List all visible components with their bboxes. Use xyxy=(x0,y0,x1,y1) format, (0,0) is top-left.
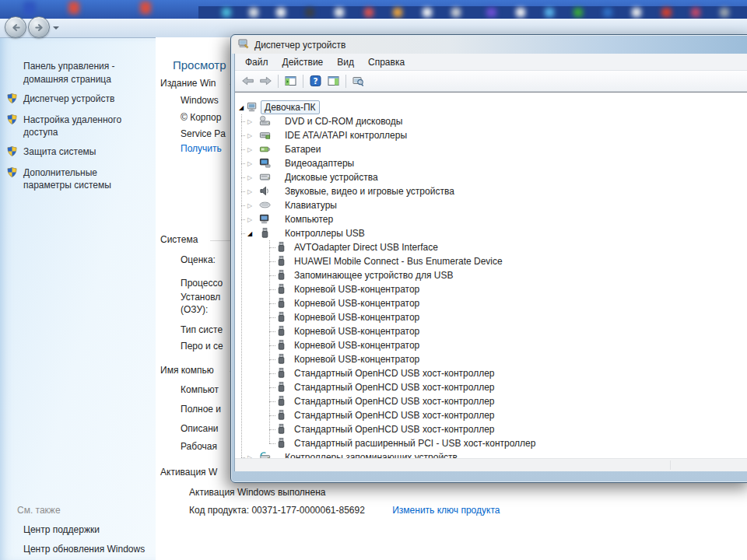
storage-controller-icon xyxy=(259,451,271,458)
sidebar-home-link[interactable]: Панель управления - домашняя страница xyxy=(23,60,144,86)
service-pack-text: Service Pa xyxy=(181,128,226,139)
usb-controller-icon xyxy=(259,227,271,241)
computer-device-icon xyxy=(259,213,271,227)
see-also-header: См. также xyxy=(17,505,149,516)
sidebar-task-link[interactable]: Диспетчер устройств xyxy=(6,93,150,107)
tree-item[interactable]: Клавиатуры xyxy=(235,198,747,212)
help-icon[interactable]: ? xyxy=(307,73,324,89)
change-product-key-link[interactable]: Изменить ключ продукта xyxy=(392,505,500,516)
activation-status: Активация Windows выполнена xyxy=(189,487,325,498)
tree-item[interactable]: Компьютер xyxy=(235,212,747,226)
expander-icon[interactable] xyxy=(245,129,254,140)
disk-drive-icon xyxy=(259,171,271,185)
tree-item[interactable]: AVTOadapter Direct USB Interface xyxy=(235,240,747,254)
sidebar-task-link[interactable]: Защита системы xyxy=(6,145,150,159)
uac-shield-icon xyxy=(6,93,23,107)
full-name-label: Полное и xyxy=(181,404,221,415)
blurred-icon xyxy=(305,8,314,17)
tree-item[interactable]: Звуковые, видео и игровые устройства xyxy=(235,184,747,198)
blurred-icon xyxy=(603,8,612,17)
copyright-text: © Корпор xyxy=(181,112,221,123)
tree-item[interactable]: HUAWEI Mobile Connect - Bus Enumerate De… xyxy=(235,254,747,268)
tree-item[interactable]: Корневой USB-концентратор xyxy=(235,310,747,324)
ram-label-line2: (ОЗУ): xyxy=(181,304,208,315)
expander-icon[interactable] xyxy=(245,115,254,126)
device-manager-client: ФайлДействиеВидСправка ? Девочка-ПК DVD … xyxy=(234,54,747,471)
tree-item[interactable]: Корневой USB-концентратор xyxy=(235,296,747,310)
control-panel-sidebar: Панель управления - домашняя страница Ди… xyxy=(0,38,156,560)
expander-icon[interactable] xyxy=(245,185,254,196)
edition-section-header: Издание Win xyxy=(160,78,216,89)
tree-item[interactable]: IDE ATA/ATAPI контроллеры xyxy=(235,128,747,142)
device-manager-titlebar[interactable]: Диспетчер устройств xyxy=(232,36,747,54)
toolbar-separator xyxy=(345,75,346,88)
menu-item[interactable]: Вид xyxy=(330,55,361,69)
expander-icon[interactable] xyxy=(245,199,254,210)
expander-icon[interactable] xyxy=(245,451,254,458)
scan-hardware-icon[interactable] xyxy=(349,73,367,89)
usb-device-icon xyxy=(275,409,287,423)
usb-device-icon xyxy=(275,339,287,353)
tree-item[interactable]: Стандартный OpenHCD USB хост-контроллер xyxy=(235,394,747,408)
tree-item[interactable]: Корневой USB-концентратор xyxy=(235,352,747,366)
tree-item[interactable]: Корневой USB-концентратор xyxy=(235,282,747,296)
tree-item[interactable]: Стандартный OpenHCD USB хост-контроллер xyxy=(235,422,747,436)
toolbar-separator xyxy=(303,75,303,88)
battery-icon xyxy=(259,143,271,157)
tree-item[interactable]: Дисковые устройства xyxy=(235,170,747,184)
usb-device-icon xyxy=(275,381,287,395)
blurred-icon xyxy=(451,8,461,17)
menu-item[interactable]: Файл xyxy=(238,55,275,69)
menu-item[interactable]: Справка xyxy=(361,55,412,69)
usb-device-icon xyxy=(275,283,287,297)
tree-item[interactable]: Батареи xyxy=(235,142,747,156)
see-also-link[interactable]: Центр обновления Windows xyxy=(23,543,149,555)
sidebar-task-link[interactable]: Дополнительные параметры системы xyxy=(6,166,150,191)
sidebar-task-link[interactable]: Настройка удаленного доступа xyxy=(6,114,150,138)
blurred-icon xyxy=(486,8,496,17)
tree-item[interactable]: Корневой USB-концентратор xyxy=(235,338,747,352)
svg-text:?: ? xyxy=(313,76,317,86)
tree-item[interactable]: Контроллеры запоминающих устройств xyxy=(235,450,747,458)
ram-label-line1: Установл xyxy=(181,292,220,303)
expander-icon[interactable] xyxy=(237,101,246,112)
tree-item[interactable]: Стандартный OpenHCD USB хост-контроллер xyxy=(235,408,747,422)
forward-button[interactable] xyxy=(28,16,50,38)
tree-item[interactable]: Девочка-ПК xyxy=(235,100,747,114)
blurred-icon xyxy=(573,8,583,17)
tree-item[interactable]: DVD и CD-ROM дисководы xyxy=(235,114,747,128)
properties-icon[interactable] xyxy=(324,73,342,89)
recent-pages-caret-icon[interactable] xyxy=(53,26,59,33)
expander-icon[interactable] xyxy=(245,213,254,224)
expander-icon[interactable] xyxy=(245,143,254,154)
tree-item[interactable]: Контроллеры USB xyxy=(235,226,747,240)
get-features-link[interactable]: Получить xyxy=(181,143,222,154)
page-title: Просмотр xyxy=(173,58,226,72)
computer-name-section-header: Имя компью xyxy=(160,365,214,376)
tree-item[interactable]: Стандартный OpenHCD USB хост-контроллер xyxy=(235,366,747,380)
tree-item[interactable]: Запоминающее устройство для USB xyxy=(235,268,747,282)
uac-shield-icon xyxy=(6,145,23,159)
horizontal-scrollbar[interactable] xyxy=(235,458,747,471)
usb-device-icon xyxy=(275,325,287,339)
tree-item[interactable]: Стандартный OpenHCD USB хост-контроллер xyxy=(235,380,747,394)
blurred-icon xyxy=(661,8,672,17)
blurred-icon xyxy=(276,8,286,17)
tree-item[interactable]: Корневой USB-концентратор xyxy=(235,324,747,338)
back-button[interactable] xyxy=(5,16,26,38)
tree-item[interactable]: Стандартный расширенный PCI - USB хост-к… xyxy=(235,436,747,450)
audio-device-icon xyxy=(259,185,271,199)
tree-item[interactable]: Видеоадаптеры xyxy=(235,156,747,170)
see-also-link[interactable]: Центр поддержки xyxy=(23,523,149,536)
device-manager-icon xyxy=(237,37,250,52)
back-arrow-icon[interactable] xyxy=(239,73,257,89)
forward-arrow-icon[interactable] xyxy=(257,73,275,89)
console-tree-icon[interactable] xyxy=(282,73,300,89)
menu-item[interactable]: Действие xyxy=(275,55,331,69)
computer-icon xyxy=(247,101,258,115)
expander-icon[interactable] xyxy=(245,171,254,182)
uac-shield-icon xyxy=(6,166,23,191)
expander-icon[interactable] xyxy=(245,157,254,168)
expander-icon[interactable] xyxy=(245,227,254,238)
ide-controller-icon xyxy=(259,129,271,143)
